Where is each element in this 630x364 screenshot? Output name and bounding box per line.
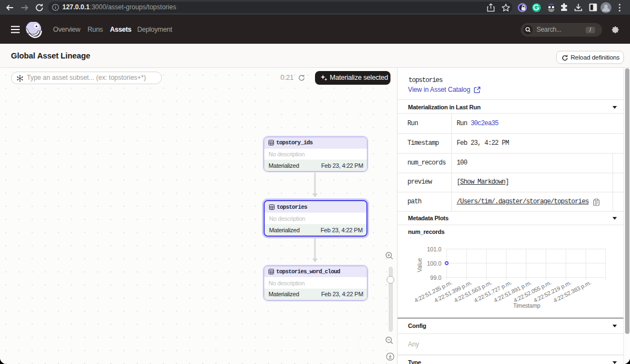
svg-text:100.0: 100.0 [427, 260, 441, 267]
svg-text:99.0: 99.0 [430, 274, 442, 281]
svg-text:101.0: 101.0 [427, 246, 441, 253]
svg-text:Value: Value [416, 258, 423, 272]
svg-text:Timestamp: Timestamp [513, 302, 540, 309]
